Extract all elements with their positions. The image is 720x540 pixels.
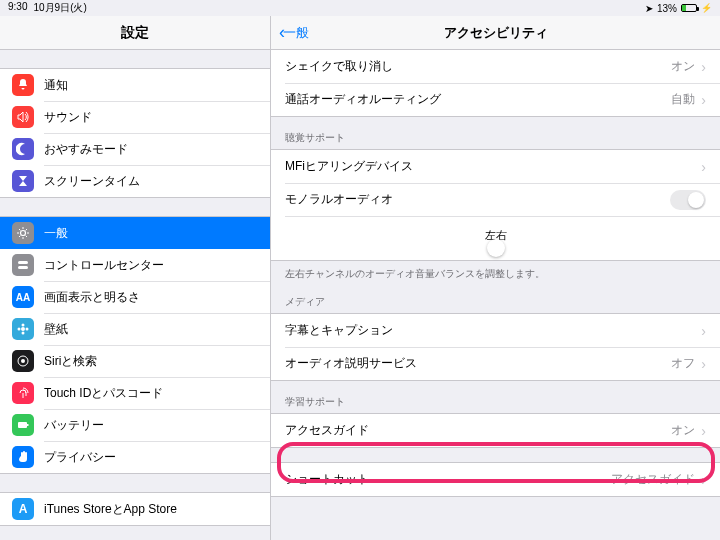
sidebar-item-label: 一般: [44, 225, 68, 242]
row-mono-audio[interactable]: モノラルオーディオ: [271, 183, 720, 216]
sidebar-item[interactable]: 一般: [0, 217, 270, 249]
status-battery: 13%: [657, 3, 677, 14]
location-icon: ➤: [645, 3, 653, 14]
sidebar-item[interactable]: Siriと検索: [0, 345, 270, 377]
row-shortcut[interactable]: ショートカット アクセスガイド ›: [271, 463, 720, 496]
status-time: 9:30: [8, 1, 27, 15]
sidebar-item-label: iTunes StoreとApp Store: [44, 501, 177, 518]
bell-icon: [12, 74, 34, 96]
siri-icon: [12, 350, 34, 372]
chevron-right-icon: ›: [701, 323, 706, 339]
sidebar-item[interactable]: 通知: [0, 69, 270, 101]
svg-rect-2: [18, 266, 28, 269]
chevron-right-icon: ›: [701, 472, 706, 488]
chevron-right-icon: ›: [701, 356, 706, 372]
chevron-right-icon: ›: [701, 159, 706, 175]
row-label: オーディオ説明サービス: [285, 355, 417, 372]
learning-group: アクセスガイド オン ›: [271, 413, 720, 448]
sidebar-item-label: 壁紙: [44, 321, 68, 338]
sidebar-title: 設定: [0, 16, 270, 50]
sidebar-item[interactable]: サウンド: [0, 101, 270, 133]
sidebar-item-label: プライバシー: [44, 449, 116, 466]
sidebar-item[interactable]: スクリーンタイム: [0, 165, 270, 197]
row-label: アクセスガイド: [285, 422, 369, 439]
svg-point-9: [21, 359, 25, 363]
back-label: 一般: [283, 24, 309, 42]
moon-icon: [12, 138, 34, 160]
chevron-right-icon: ›: [701, 59, 706, 75]
shortcut-group: ショートカット アクセスガイド ›: [271, 462, 720, 497]
switches-icon: [12, 254, 34, 276]
row-audio-descriptions[interactable]: オーディオ説明サービス オフ ›: [271, 347, 720, 380]
speaker-icon: [12, 106, 34, 128]
row-value: オフ: [671, 355, 695, 372]
sidebar-item[interactable]: コントロールセンター: [0, 249, 270, 281]
row-guided-access[interactable]: アクセスガイド オン ›: [271, 414, 720, 447]
media-header: メディア: [271, 281, 720, 313]
flower-icon: [12, 318, 34, 340]
sidebar-item[interactable]: Touch IDとパスコード: [0, 377, 270, 409]
row-label: ショートカット: [285, 471, 369, 488]
sidebar-item-label: スクリーンタイム: [44, 173, 140, 190]
finger-icon: [12, 382, 34, 404]
row-value: オン: [671, 422, 695, 439]
detail-header: ‹ 一般 アクセシビリティ: [271, 16, 720, 50]
svg-point-7: [26, 328, 29, 331]
row-mfi-hearing[interactable]: MFiヒアリングデバイス ›: [271, 150, 720, 183]
svg-point-4: [22, 324, 25, 327]
sidebar-item-label: サウンド: [44, 109, 92, 126]
svg-point-6: [18, 328, 21, 331]
row-balance-slider[interactable]: 左 右: [271, 216, 720, 260]
row-label: シェイクで取り消し: [285, 58, 393, 75]
sidebar-item-label: バッテリー: [44, 417, 104, 434]
svg-rect-10: [18, 422, 27, 428]
gear-icon: [12, 222, 34, 244]
chevron-right-icon: ›: [701, 423, 706, 439]
hearing-footer: 左右チャンネルのオーディオ音量バランスを調整します。: [271, 261, 720, 281]
row-label: 字幕とキャプション: [285, 322, 393, 339]
hearing-header: 聴覚サポート: [271, 117, 720, 149]
sidebar-item-label: Touch IDとパスコード: [44, 385, 163, 402]
hand-icon: [12, 446, 34, 468]
sidebar-item[interactable]: AiTunes StoreとApp Store: [0, 493, 270, 525]
row-value: オン: [671, 58, 695, 75]
sidebar-item[interactable]: バッテリー: [0, 409, 270, 441]
row-value: 自動: [671, 91, 695, 108]
svg-point-5: [22, 332, 25, 335]
charging-icon: ⚡: [701, 3, 712, 13]
AA-icon: AA: [12, 286, 34, 308]
A-icon: A: [12, 498, 34, 520]
batt-icon: [12, 414, 34, 436]
row-value: アクセスガイド: [611, 471, 695, 488]
row-label: MFiヒアリングデバイス: [285, 158, 413, 175]
sidebar-item-label: 画面表示と明るさ: [44, 289, 140, 306]
sidebar-item[interactable]: プライバシー: [0, 441, 270, 473]
row-call-audio-routing[interactable]: 通話オーディオルーティング 自動 ›: [271, 83, 720, 116]
sidebar-item[interactable]: AA画面表示と明るさ: [0, 281, 270, 313]
slider-thumb[interactable]: [487, 239, 505, 257]
sidebar-item[interactable]: 壁紙: [0, 313, 270, 345]
row-label: モノラルオーディオ: [285, 191, 393, 208]
sidebar-item[interactable]: おやすみモード: [0, 133, 270, 165]
svg-rect-1: [18, 261, 28, 264]
row-shake-undo[interactable]: シェイクで取り消し オン ›: [271, 50, 720, 83]
battery-icon: [681, 4, 697, 12]
mono-audio-toggle[interactable]: [670, 190, 706, 210]
back-button[interactable]: ‹ 一般: [279, 22, 309, 43]
status-date: 10月9日(火): [33, 1, 86, 15]
detail-pane: ‹ 一般 アクセシビリティ シェイクで取り消し オン › 通話オーディオルーティ…: [270, 16, 720, 540]
svg-point-0: [21, 231, 26, 236]
svg-rect-11: [27, 424, 29, 426]
sidebar-item-label: おやすみモード: [44, 141, 128, 158]
status-bar: 9:30 10月9日(火) ➤ 13% ⚡: [0, 0, 720, 16]
learning-header: 学習サポート: [271, 381, 720, 413]
media-group: 字幕とキャプション › オーディオ説明サービス オフ ›: [271, 313, 720, 381]
sidebar-item-label: Siriと検索: [44, 353, 97, 370]
svg-point-3: [21, 327, 25, 331]
hourglass-icon: [12, 170, 34, 192]
sidebar-item-label: コントロールセンター: [44, 257, 164, 274]
sidebar-item-label: 通知: [44, 77, 68, 94]
page-title: アクセシビリティ: [271, 24, 720, 42]
row-subtitles[interactable]: 字幕とキャプション ›: [271, 314, 720, 347]
settings-sidebar: 設定 通知サウンドおやすみモードスクリーンタイム 一般コントロールセンターAA画…: [0, 16, 270, 540]
